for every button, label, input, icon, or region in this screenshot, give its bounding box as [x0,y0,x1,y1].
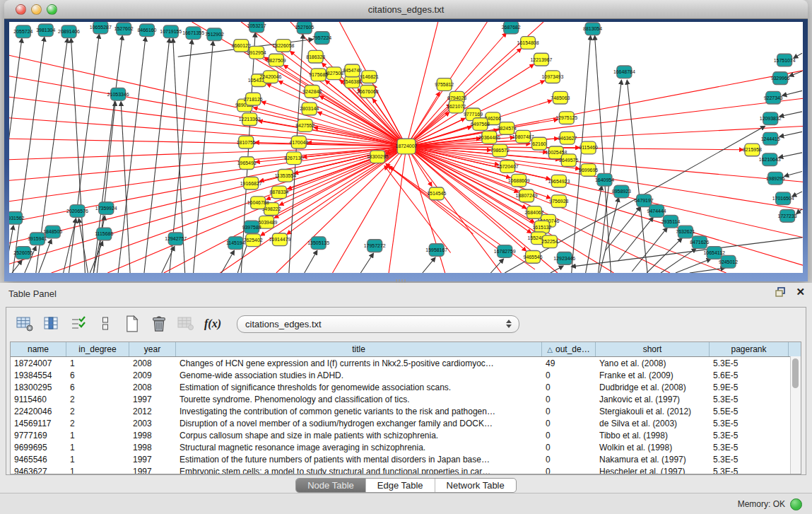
graph-node[interactable]: 16782759 [494,245,516,258]
graph-node[interactable]: 9699695 [579,164,598,177]
graph-node[interactable]: 10655287 [90,22,112,34]
graph-node[interactable]: 17359924 [95,202,117,215]
table-cell[interactable]: 0 [542,407,596,416]
graph-node[interactable]: 15958167 [425,244,447,257]
graph-node[interactable]: 11353554 [275,169,297,182]
graph-node[interactable]: 9463627 [558,132,577,144]
graph-node[interactable]: 8466160 [137,24,156,37]
graph-edge[interactable] [406,33,506,146]
graph-edge[interactable] [779,153,802,158]
graph-node[interactable]: 2649575 [559,154,578,167]
graph-edge[interactable] [194,42,213,273]
table-cell[interactable]: 1997 [129,467,176,475]
graph-node[interactable]: 13505135 [307,237,329,250]
table-row[interactable]: 1830029562008Estimation of significance … [11,381,801,393]
graph-node[interactable]: 3824574 [498,122,517,135]
network-window[interactable]: citations_edges.txt 18724007183002958660… [4,0,808,281]
graph-edge[interactable] [779,112,802,117]
function-builder-icon[interactable]: f(x) [201,313,224,335]
graph-edge[interactable] [782,90,802,95]
graph-node[interactable]: 18724007 [396,139,418,154]
graph-node[interactable]: 8471626 [690,236,709,249]
table-settings-icon[interactable] [13,313,36,335]
select-columns-icon[interactable] [40,313,63,335]
table-cell[interactable]: 9465546 [11,455,66,465]
graph-node[interactable]: 2803144 [300,103,319,115]
graph-node[interactable]: 9397588 [242,221,261,233]
table-cell[interactable]: 5.3E-5 [710,467,789,475]
table-cell[interactable]: 0 [542,395,596,404]
table-cell[interactable]: Nakamura et al. (1997) [596,455,710,465]
table-cell[interactable]: Hescheler et al. (1997) [596,467,710,475]
graph-edge[interactable] [9,118,406,146]
graph-edge[interactable] [287,146,406,234]
table-cell[interactable]: Tourette syndrome. Phenomenology and cla… [176,395,542,404]
table-cell[interactable]: 9777169 [11,431,66,440]
graph-node[interactable]: 10688609 [508,174,530,187]
graph-edge[interactable] [267,84,406,146]
table-cell[interactable]: Yano et al. (2008) [596,358,710,368]
table-cell[interactable]: Franke et al. (2009) [596,370,710,380]
graph-node[interactable]: 26676068 [357,85,379,98]
table-row[interactable]: 2242004622012Investigating the contribut… [11,405,801,417]
graph-edge[interactable] [162,247,175,273]
scrollbar-thumb[interactable] [792,358,799,388]
table-cell[interactable]: 2008 [129,358,176,368]
graph-node[interactable]: 18807249 [516,189,538,202]
graph-node[interactable]: 9227343 [764,91,783,104]
graph-node[interactable]: 8813054 [583,23,602,35]
table-row[interactable]: 1938455462009Genome-wide association stu… [11,369,801,381]
network-graph[interactable]: 1872400718300295866012389129541822605898… [9,22,803,273]
graph-node[interactable]: 3981304 [36,24,55,37]
graph-node[interactable]: 16154808 [517,37,539,49]
graph-node[interactable]: 6497568 [471,118,490,131]
graph-node[interactable]: 16671355 [182,27,204,40]
graph-node[interactable]: 10719155 [160,25,182,38]
table-cell[interactable]: 0 [542,431,596,440]
graph-node[interactable]: 20891406 [58,25,80,38]
graph-node[interactable]: 9756928 [549,195,568,208]
graph-node[interactable]: 9115460 [579,141,598,154]
graph-edge[interactable] [9,146,406,180]
table-cell[interactable]: 5.3E-5 [710,358,789,368]
graph-edge[interactable] [107,146,406,273]
select-all-check-icon[interactable] [67,313,90,335]
table-cell[interactable]: Tibbo et al. (1998) [596,431,710,440]
graph-edge[interactable] [78,218,88,273]
graph-node[interactable]: 19654923 [548,175,570,187]
table-cell[interactable]: 49 [542,358,596,368]
graph-edge[interactable] [406,146,743,150]
graph-node[interactable]: 252254 [541,235,558,248]
graph-node[interactable]: 16914479 [269,233,290,246]
graph-node[interactable]: 8215958 [743,144,762,156]
table-cell[interactable]: 1998 [129,443,176,452]
graph-node[interactable]: 1727233 [778,210,797,223]
table-row[interactable]: 911546021997Tourette syndrome. Phenomeno… [11,393,801,405]
table-row[interactable]: 977716911998Corpus callosum shape and si… [11,429,801,441]
table-cell[interactable]: 0 [542,467,596,475]
table-selector-dropdown[interactable]: citations_edges.txt [237,315,519,333]
graph-node[interactable]: 7512902 [205,28,224,41]
graph-node[interactable]: 20206576 [66,205,88,218]
graph-edge[interactable] [384,166,451,253]
graph-edge[interactable] [796,209,802,214]
float-panel-icon[interactable] [775,287,786,297]
table-cell[interactable]: Changes of HCN gene expression and I(f) … [176,358,542,368]
graph-node[interactable]: 9175685 [309,69,328,81]
table-cell[interactable]: Investigating the contribution of common… [176,407,542,416]
graph-node[interactable]: 1810755 [237,136,256,148]
table-cell[interactable]: 5.3E-5 [710,419,789,428]
table-cell[interactable]: Dudbridge et al. (2008) [596,382,710,392]
table-row[interactable]: 946362711997Embryonic stem cells: a mode… [11,465,801,474]
graph-node[interactable]: 9245012 [719,255,738,268]
table-cell[interactable]: 1 [66,455,129,465]
graph-node[interactable]: 12975125 [555,112,577,124]
graph-edge[interactable] [221,251,234,273]
graph-node[interactable]: 1527602 [114,23,134,35]
table-cell[interactable]: 22420046 [11,407,66,416]
memory-status-indicator-icon[interactable] [790,498,802,510]
delete-icon[interactable] [148,313,170,335]
graph-edge[interactable] [423,257,435,273]
graph-node[interactable]: 62160 [532,137,547,150]
table-cell[interactable]: 2003 [129,419,176,428]
